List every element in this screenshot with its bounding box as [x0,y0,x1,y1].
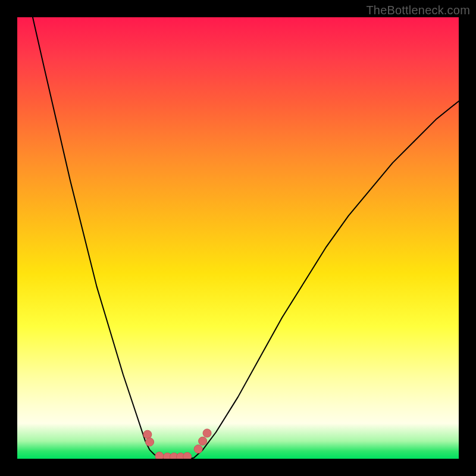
data-marker [146,438,154,446]
chart-frame: TheBottleneck.com [0,0,476,476]
curve-layer [17,17,459,459]
plot-area [17,17,459,459]
data-marker [199,437,207,445]
data-marker [183,452,192,459]
data-marker [143,430,152,439]
bottleneck-curve [33,17,459,459]
data-marker [155,452,164,459]
watermark-text: TheBottleneck.com [366,4,470,17]
data-marker [194,445,202,453]
data-marker [203,429,211,437]
